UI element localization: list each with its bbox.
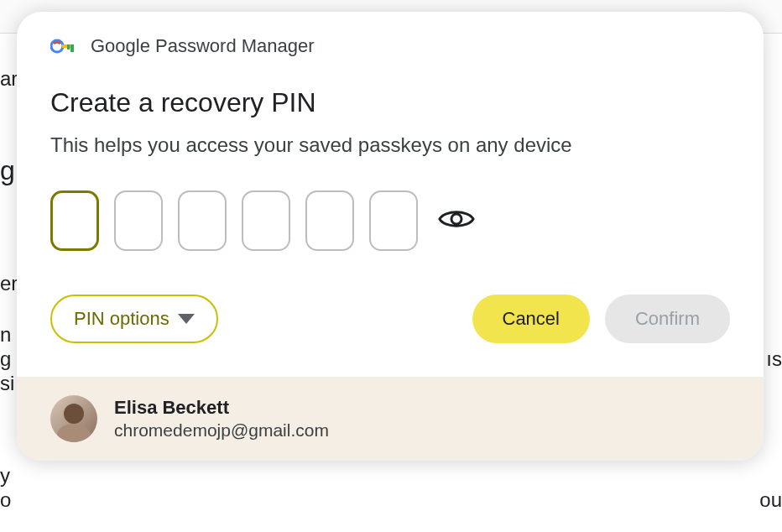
svg-rect-2 [70,44,74,52]
dialog-subtitle: This helps you access your saved passkey… [50,133,730,157]
confirm-button[interactable]: Confirm [605,295,730,343]
recovery-pin-dialog: Google Password Manager Create a recover… [17,12,764,461]
avatar [50,395,97,442]
pin-digit-3[interactable] [178,190,227,251]
dialog-footer: Elisa Beckett chromedemojp@gmail.com [17,377,764,461]
bg-text-fragment: g [0,155,15,186]
pin-digit-2[interactable] [114,190,163,251]
user-email: chromedemojp@gmail.com [114,420,329,441]
pin-digit-6[interactable] [369,190,418,251]
pin-digit-5[interactable] [305,190,354,251]
button-row: PIN options Cancel Confirm [50,295,730,343]
pin-options-button[interactable]: PIN options [50,295,218,343]
dialog-title: Create a recovery PIN [50,87,730,118]
dialog-header: Google Password Manager [17,12,764,57]
bg-text-fragment: y [0,464,10,488]
user-info: Elisa Beckett chromedemojp@gmail.com [114,397,329,441]
svg-rect-3 [67,44,70,50]
pin-options-label: PIN options [74,308,169,330]
bg-text-fragment: g [0,347,11,371]
pin-input-row [50,190,730,251]
bg-text-fragment: o [0,488,11,512]
dialog-body: Create a recovery PIN This helps you acc… [17,57,764,377]
bg-text-fragment: ou [759,488,782,512]
chevron-down-icon [178,314,195,324]
toggle-visibility-icon[interactable] [438,206,475,235]
bg-text-fragment: ıs [766,347,782,371]
pin-digit-1[interactable] [50,190,99,251]
pin-digit-4[interactable] [242,190,290,251]
bg-text-fragment: ar [0,67,18,91]
bg-text-fragment: er [0,272,18,295]
product-name: Google Password Manager [91,35,315,57]
password-manager-icon [50,36,77,56]
svg-point-4 [451,214,461,224]
bg-text-fragment: si [0,372,14,395]
user-name: Elisa Beckett [114,397,329,419]
cancel-button[interactable]: Cancel [472,295,590,343]
